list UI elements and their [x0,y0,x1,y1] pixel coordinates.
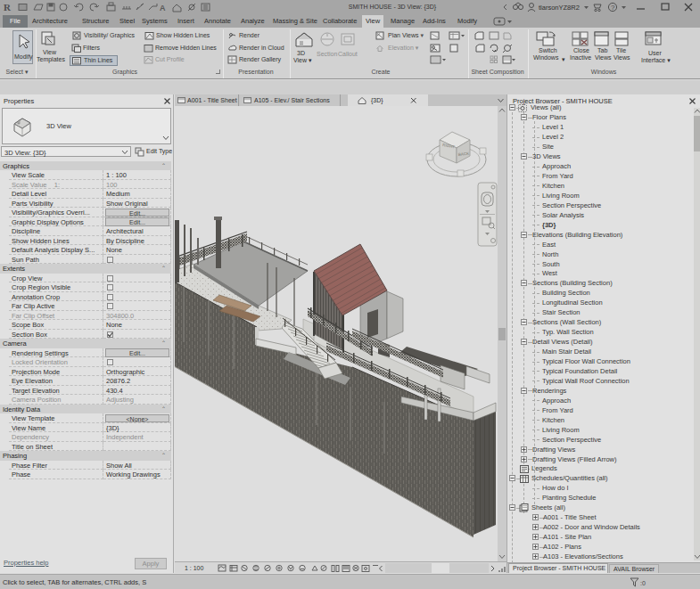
svg-text:A: A [160,4,166,12]
svg-text:tlarsonYZ8R2: tlarsonYZ8R2 [539,4,580,12]
svg-text::0: :0 [640,580,646,586]
svg-text:R: R [4,2,12,12]
svg-text:?: ? [611,4,615,12]
